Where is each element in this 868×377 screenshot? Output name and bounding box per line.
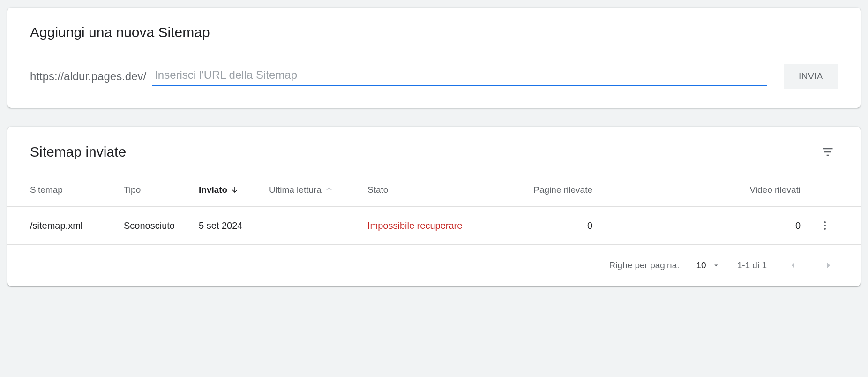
submit-button[interactable]: INVIA (784, 64, 838, 89)
col-header-inviato-label: Inviato (199, 185, 227, 195)
rows-per-page-label: Righe per pagina: (609, 260, 679, 271)
filter-icon[interactable] (817, 142, 838, 162)
svg-point-0 (824, 221, 826, 223)
row-inviato: 5 set 2024 (199, 220, 269, 231)
col-header-tipo[interactable]: Tipo (124, 185, 199, 195)
dropdown-icon (712, 261, 720, 270)
add-sitemap-input-row: https://aldur.pages.dev/ INVIA (30, 64, 838, 89)
col-header-video[interactable]: Video rilevati (592, 185, 819, 195)
card-header: Sitemap inviate (7, 127, 861, 185)
pagination-range: 1-1 di 1 (737, 260, 767, 271)
col-header-sitemap[interactable]: Sitemap (30, 185, 124, 195)
col-header-pagine[interactable]: Pagine rilevate (513, 185, 592, 195)
col-header-stato[interactable]: Stato (367, 185, 513, 195)
arrow-up-icon (324, 185, 334, 195)
row-pagine: 0 (513, 220, 592, 231)
submitted-sitemaps-title: Sitemap inviate (30, 144, 126, 160)
sitemap-url-input[interactable] (152, 67, 767, 86)
pagination: Righe per pagina: 10 1-1 di 1 (7, 245, 861, 286)
svg-point-2 (824, 228, 826, 230)
arrow-down-icon (230, 185, 239, 195)
col-header-inviato[interactable]: Inviato (199, 185, 269, 195)
add-sitemap-title: Aggiungi una nuova Sitemap (30, 24, 838, 40)
submitted-sitemaps-card: Sitemap inviate Sitemap Tipo Inviato Ult… (7, 127, 861, 286)
more-menu-icon[interactable] (819, 220, 838, 231)
table-row[interactable]: /sitemap.xml Sconosciuto 5 set 2024 Impo… (7, 207, 861, 245)
prev-page-icon[interactable] (784, 256, 802, 275)
col-header-ultima[interactable]: Ultima lettura (269, 185, 367, 195)
rows-per-page-select[interactable]: 10 (696, 260, 720, 271)
next-page-icon[interactable] (819, 256, 838, 275)
url-prefix: https://aldur.pages.dev/ (30, 70, 146, 83)
add-sitemap-card: Aggiungi una nuova Sitemap https://aldur… (7, 8, 861, 108)
svg-point-1 (824, 225, 826, 226)
table-header: Sitemap Tipo Inviato Ultima lettura Stat… (7, 185, 861, 207)
row-sitemap: /sitemap.xml (30, 220, 124, 231)
rows-per-page-value: 10 (696, 260, 706, 271)
col-header-ultima-label: Ultima lettura (269, 185, 322, 195)
row-tipo: Sconosciuto (124, 220, 199, 231)
row-stato: Impossibile recuperare (367, 220, 513, 231)
row-video: 0 (592, 220, 819, 231)
